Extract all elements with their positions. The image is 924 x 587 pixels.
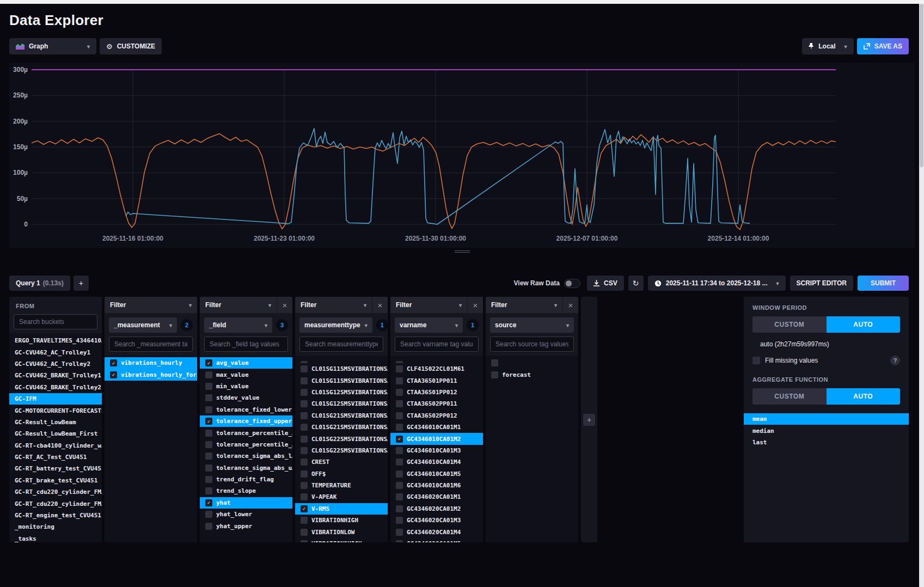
view-raw-data-toggle[interactable]: [564, 279, 580, 288]
window-custom-button[interactable]: CUSTOM: [752, 316, 827, 333]
tag-value-item[interactable]: yhat_lower: [200, 509, 292, 520]
checkbox[interactable]: [396, 517, 403, 524]
checkbox[interactable]: [301, 436, 308, 443]
checkbox[interactable]: [301, 470, 308, 478]
aggregate-function-item[interactable]: last: [744, 437, 909, 448]
save-as-button[interactable]: SAVE AS: [857, 38, 909, 54]
filter-type-dropdown[interactable]: Filter▾: [295, 297, 372, 313]
tag-value-item[interactable]: CL01SG11SMSVIBRATIONS…: [295, 363, 388, 375]
tag-value-item[interactable]: forecast: [486, 369, 578, 380]
checkbox[interactable]: [396, 377, 403, 384]
checkbox[interactable]: [301, 389, 308, 396]
checkbox[interactable]: [301, 540, 308, 542]
help-icon[interactable]: ?: [890, 356, 900, 365]
checkbox[interactable]: [205, 430, 212, 437]
checkbox[interactable]: [396, 540, 403, 542]
aggregate-auto-button[interactable]: AUTO: [827, 388, 901, 405]
tag-value-search-input[interactable]: [109, 337, 193, 352]
filter-type-dropdown[interactable]: Filter▾: [390, 297, 467, 313]
tag-value-item[interactable]: OFF$: [295, 468, 388, 480]
tag-value-item[interactable]: tolerance_percentile_…: [200, 427, 292, 438]
tag-value-item[interactable]: CTAA36502PP012: [390, 410, 483, 421]
tag-value-item[interactable]: yhat_upper: [200, 520, 292, 531]
checkbox[interactable]: [301, 361, 308, 363]
tag-value-search-input[interactable]: [299, 337, 383, 352]
checkbox[interactable]: [491, 371, 498, 378]
checkbox[interactable]: [205, 464, 212, 472]
tag-value-item[interactable]: CL01SG11SMSVIBRATIONS…: [295, 375, 388, 386]
bucket-item[interactable]: GC-RT_brake_test_CVU451: [9, 475, 102, 486]
tag-value-item[interactable]: GC4346010CA01M4: [390, 456, 483, 468]
checkbox[interactable]: [396, 424, 403, 431]
checkbox[interactable]: [205, 441, 212, 448]
tag-value-item[interactable]: ✓V-RMS: [295, 503, 388, 515]
checkbox[interactable]: [301, 400, 308, 407]
bucket-item[interactable]: _monitoring: [9, 521, 102, 533]
tag-value-item[interactable]: min_value: [200, 381, 292, 392]
close-filter-button[interactable]: ×: [468, 297, 483, 313]
checkbox[interactable]: [396, 361, 403, 363]
bucket-item[interactable]: GC-RT_cdu220_cylinder_FM…: [9, 486, 102, 498]
bucket-item[interactable]: ERGO_TRAVELTIMES_4346410…: [9, 335, 102, 346]
bucket-item[interactable]: GC-RT_battery_test_CVU451: [9, 463, 102, 474]
checkbox[interactable]: [301, 458, 308, 466]
fill-missing-checkbox[interactable]: [752, 357, 760, 364]
aggregate-custom-button[interactable]: CUSTOM: [752, 388, 827, 405]
tag-value-item[interactable]: stddev_value: [200, 392, 292, 403]
bucket-item[interactable]: GC-IFM: [9, 393, 102, 405]
tag-value-item[interactable]: GC4346020CA01M4: [390, 526, 483, 537]
checkbox[interactable]: [396, 505, 403, 512]
tag-value-item[interactable]: CL01SG22SMSVIBRATIONS…: [295, 433, 388, 444]
tag-value-item[interactable]: VIBRATIONSHIGH: [295, 538, 388, 542]
tag-value-item[interactable]: trend_slope: [200, 485, 292, 497]
checkbox[interactable]: [301, 447, 308, 454]
close-filter-button[interactable]: ×: [563, 297, 578, 313]
checkbox[interactable]: [205, 511, 212, 518]
tag-value-item[interactable]: GC4346010CA01M1: [390, 421, 483, 433]
tag-key-dropdown[interactable]: _field▾: [204, 317, 272, 333]
refresh-button[interactable]: ↻: [628, 276, 644, 291]
checkbox[interactable]: [205, 523, 212, 530]
checkbox[interactable]: ✓: [110, 371, 117, 378]
customize-button[interactable]: ⚙ CUSTOMIZE: [100, 38, 162, 54]
checkbox[interactable]: [396, 400, 403, 407]
window-auto-button[interactable]: AUTO: [827, 316, 901, 333]
csv-download-button[interactable]: CSV: [587, 276, 624, 291]
tag-value-item[interactable]: tolerance_sigma_abs_l…: [200, 450, 292, 462]
local-dropdown[interactable]: Local ▾: [802, 38, 853, 54]
bucket-item[interactable]: GC-CVU462_AC_Trolley2: [9, 358, 102, 370]
tag-value-item[interactable]: CREST: [295, 456, 388, 468]
tag-value-item[interactable]: CL01SG21SMSVIBRATIONS…: [295, 410, 388, 421]
visualization-type-dropdown[interactable]: Graph ▾: [9, 38, 96, 54]
checkbox[interactable]: [301, 482, 308, 489]
tag-value-item[interactable]: CL01SG12SMSVIBRATIONS…: [295, 398, 388, 409]
tag-value-item[interactable]: VIBRATIONLOW: [295, 526, 388, 537]
tag-value-item[interactable]: GC4346020CA01M5: [390, 538, 483, 542]
filter-type-dropdown[interactable]: Filter▾: [486, 297, 562, 313]
query-tab[interactable]: Query 1 (0.13s): [9, 276, 70, 291]
bucket-item[interactable]: GC-MOTORCURRENT-FORECASTS: [9, 405, 102, 416]
bucket-item[interactable]: GC-CVU462_BRAKE_Trolley1: [9, 370, 102, 381]
bucket-item[interactable]: GC-RT_cdu220_cylinder_FM…: [9, 498, 102, 509]
checkbox[interactable]: [396, 389, 403, 396]
checkbox[interactable]: [396, 470, 403, 478]
tag-value-item[interactable]: ✓avg_value: [200, 357, 292, 369]
checkbox[interactable]: [301, 365, 308, 372]
tag-value-item[interactable]: GC4346020CA01M1: [390, 491, 483, 503]
aggregate-function-item[interactable]: mean: [744, 413, 909, 425]
checkbox[interactable]: ✓: [301, 505, 308, 512]
tag-value-item[interactable]: ✓tolerance_fixed_upper: [200, 415, 292, 427]
checkbox[interactable]: [205, 406, 212, 413]
tag-key-dropdown[interactable]: measurementtype▾: [299, 317, 372, 333]
tag-value-search-input[interactable]: [490, 337, 574, 352]
tag-value-item[interactable]: [486, 357, 578, 369]
tag-value-item[interactable]: VIBRATIONHIGH: [295, 515, 388, 526]
tag-value-item[interactable]: GC4346020CA01M2: [390, 503, 483, 515]
add-filter-button[interactable]: +: [583, 414, 595, 426]
tag-value-item[interactable]: tolerance_fixed_lower: [200, 404, 292, 415]
tag-key-dropdown[interactable]: varname▾: [395, 317, 463, 333]
time-range-dropdown[interactable]: 2025-11-11 17:34 to 2025-12-18 ... ▾: [648, 276, 786, 291]
tag-value-item[interactable]: TEMPERATURE: [295, 480, 388, 491]
tag-value-item[interactable]: CL01SG12SMSVIBRATIONS…: [295, 387, 388, 398]
tag-key-dropdown[interactable]: _measurement▾: [109, 317, 177, 333]
